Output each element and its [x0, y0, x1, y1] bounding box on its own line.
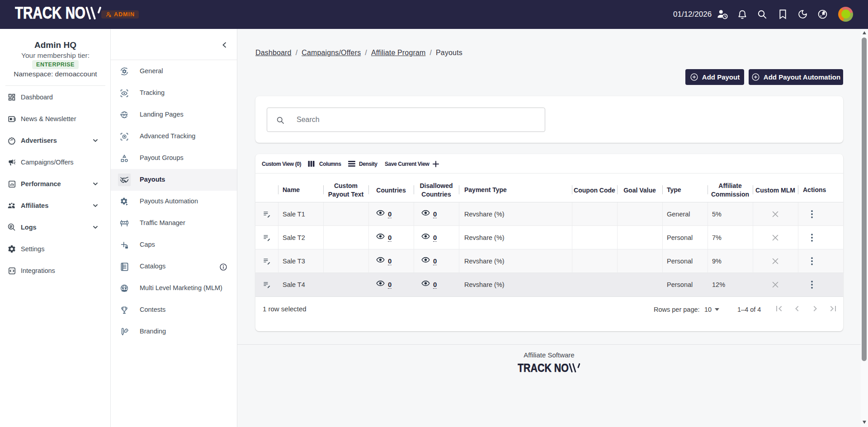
svg-text:TRACK NO: TRACK NO: [518, 363, 569, 372]
svg-text:TRACK NO: TRACK NO: [15, 7, 85, 19]
